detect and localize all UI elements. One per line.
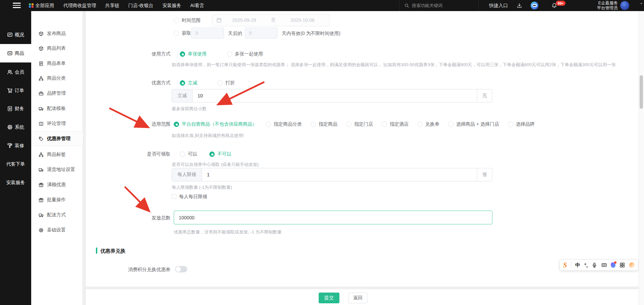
daily-limit-checkbox[interactable] (172, 194, 176, 199)
acquire-option[interactable]: 获取 (174, 30, 191, 36)
start-date-value[interactable]: 2025-09-29 (222, 17, 267, 23)
emoji-face-icon[interactable] (629, 262, 635, 268)
topnav-label: 共享链 (105, 3, 119, 9)
topnav-item-install-service[interactable]: 安装服务 (162, 3, 181, 9)
search-placeholder: 搜索功能关键词 (412, 3, 442, 9)
radio-unchecked[interactable] (227, 51, 232, 57)
time-range-radio[interactable] (174, 18, 179, 23)
time-range-option[interactable]: 时间范围 (174, 17, 201, 24)
per-person-limit-input[interactable]: 1 (202, 168, 477, 181)
submenu-item-review-management[interactable]: 评论管理 (31, 116, 83, 131)
radio-unchecked[interactable] (180, 151, 185, 157)
book-icon (39, 121, 44, 126)
sidebar-item-goods[interactable]: 商品 (0, 44, 31, 62)
submenu-item-delivery-template[interactable]: 配送模板 (31, 101, 83, 116)
radio-checked[interactable] (209, 151, 215, 157)
microphone-icon[interactable] (592, 262, 597, 268)
scope-option-brand[interactable]: 选择品牌 (508, 121, 535, 127)
chinese-mode-icon[interactable]: 中 (575, 262, 580, 268)
radio-unchecked[interactable] (217, 80, 223, 86)
date-range-picker[interactable]: 2025-09-29 至 2025-10-06 (212, 14, 329, 26)
claim-option-yes[interactable]: 可以 (180, 151, 197, 157)
submenu-item-full-discount[interactable]: 满额优惠 (31, 177, 83, 192)
radio-checked[interactable] (180, 51, 185, 57)
discount-option-percent[interactable]: 打折 (217, 80, 235, 86)
download-icon[interactable] (517, 3, 522, 8)
tree-icon (39, 76, 44, 81)
scrollbar-up-arrow[interactable]: ▲ (639, 0, 644, 11)
sidebar-item-members[interactable]: 会员 (0, 63, 31, 81)
sidebar-item-overview[interactable]: 概况 (0, 26, 31, 44)
scrollbar-track[interactable] (639, 11, 644, 305)
sidebar-item-finance[interactable]: 财务 (0, 99, 31, 118)
radio-unchecked[interactable] (417, 122, 423, 127)
sogou-logo-icon[interactable]: S (563, 261, 567, 269)
submenu-item-return-address[interactable]: 退货地址设置 (31, 162, 83, 177)
submit-button[interactable]: 提交 (319, 293, 339, 303)
radio-unchecked[interactable] (266, 122, 271, 127)
submenu-item-delivery-method[interactable]: 配送方式 (31, 208, 83, 222)
scope-option-voucher[interactable]: 兑换券 (417, 121, 439, 127)
toolbox-grid-icon[interactable] (620, 262, 625, 268)
usage-option-single[interactable]: 单张使用 (180, 51, 207, 57)
submenu-item-basic-settings[interactable]: 基础设置 (31, 223, 83, 237)
submenu-item-publish-goods[interactable]: 发布商品 (31, 26, 83, 41)
discount-amount-input[interactable]: 10 (193, 89, 477, 102)
points-exchange-toggle[interactable] (175, 266, 187, 272)
acquire-radio[interactable] (174, 31, 179, 36)
submenu-item-goods-list[interactable]: 商品列表 (31, 41, 83, 56)
topnav-item-store-cashier[interactable]: 门店-收银台 (128, 3, 154, 9)
submenu-item-goods-tags[interactable]: 商品标签 (31, 147, 83, 162)
scope-option-store[interactable]: 指定门店 (346, 121, 373, 127)
scope-option-goods-plus-store[interactable]: 选择商品 + 选择门店 (448, 121, 499, 127)
submenu-item-goods-category[interactable]: 商品分类 (31, 71, 83, 86)
radio-unchecked[interactable] (346, 122, 352, 127)
sidebar-item-install-service[interactable]: 安装服务 (0, 173, 31, 192)
punctuation-icon[interactable]: °, (584, 262, 588, 268)
usage-option-multiple[interactable]: 多张一起使用 (227, 51, 263, 57)
discount-amount-group: 立减 10 元 (172, 89, 492, 102)
radio-unchecked[interactable] (382, 122, 387, 127)
avatar[interactable] (620, 1, 629, 10)
days-after-input[interactable]: 0 (191, 28, 224, 39)
topnav-item-agent-revenue[interactable]: 代理商收益管理 (63, 3, 96, 9)
scope-option-goods[interactable]: 指定商品 (311, 121, 337, 127)
topnav-item-share-chain[interactable]: 共享链 (105, 3, 119, 9)
submenu-item-brand-management[interactable]: 品牌管理 (31, 86, 83, 101)
topnav-item-all-apps[interactable]: 全部应用 (29, 3, 54, 9)
scope-option-platform-goods[interactable]: 平台自营商品（不包含供应商商品） (174, 121, 257, 127)
search-box[interactable]: 搜索功能关键词 (399, 0, 479, 11)
topnav-item-ai-tongue[interactable]: AI看舌 (190, 3, 204, 9)
skin-blob-icon[interactable] (611, 262, 615, 268)
sidebar-item-orders[interactable]: 订单 (0, 81, 31, 100)
assistant-robot-icon[interactable] (531, 2, 538, 9)
end-date-value[interactable]: 2025-10-06 (280, 17, 325, 23)
back-button[interactable]: 返回 (348, 293, 368, 303)
scope-help-text: 如选择此项,则支持商城所有商品使用! (172, 133, 244, 139)
valid-days-input[interactable]: 0 (245, 28, 278, 39)
sidebar-item-proxy-order[interactable]: 代客下单 (0, 155, 31, 173)
radio-unchecked[interactable] (508, 122, 513, 127)
discount-amount-prefix: 立减 (172, 89, 193, 102)
submenu-item-goods-form[interactable]: 商品表单 (31, 56, 83, 71)
discount-amount-unit: 元 (477, 89, 492, 102)
total-count-input[interactable]: 100000 (174, 211, 492, 224)
sidebar-item-system[interactable]: 系统 (0, 118, 31, 136)
scope-option-category[interactable]: 指定商品分类 (266, 121, 302, 127)
radio-unchecked[interactable] (448, 122, 453, 127)
sidebar-item-decorate[interactable]: 装修 (0, 136, 31, 155)
submenu-item-coupon-management[interactable]: 优惠券管理 (31, 131, 83, 146)
submenu-item-batch-operation[interactable]: 批量操作 (31, 192, 83, 207)
discount-option-reduce[interactable]: 立减 (180, 80, 197, 86)
keyboard-icon[interactable] (601, 262, 607, 268)
claim-option-no[interactable]: 不可以 (209, 151, 231, 157)
scope-option-hotel[interactable]: 指定酒店 (382, 121, 409, 127)
scope-option-label: 选择商品 + 选择门店 (456, 121, 499, 127)
scrollbar-thumb[interactable] (640, 75, 643, 109)
menu-toggle-icon[interactable] (13, 3, 21, 8)
account-info[interactable]: E企盈服务 平台管理员 (567, 1, 618, 10)
radio-checked[interactable] (174, 122, 179, 127)
quick-entry-link[interactable]: 快捷入口 (489, 0, 508, 11)
radio-checked[interactable] (180, 80, 185, 86)
radio-unchecked[interactable] (311, 122, 316, 127)
